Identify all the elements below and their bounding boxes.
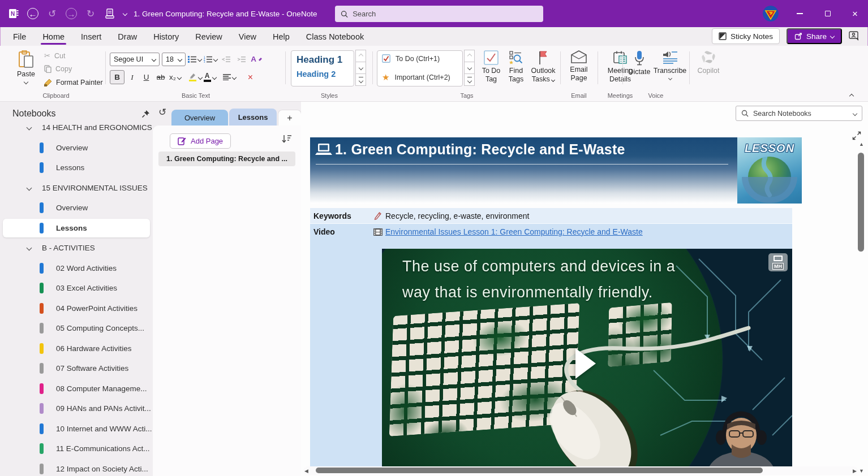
bullet-list-button[interactable] xyxy=(188,52,201,66)
horizontal-scrollbar[interactable]: ◀ ▶ xyxy=(303,466,858,475)
tab-lessons[interactable]: Lessons xyxy=(229,109,277,126)
sidebar-group-14-health[interactable]: 14 HEALTH and ERGONOMICS xyxy=(0,118,153,138)
undo-icon[interactable]: ↺ xyxy=(158,106,166,118)
sidebar-section-lessons-14[interactable]: Lessons xyxy=(0,158,153,178)
contact-card-icon[interactable] xyxy=(849,31,860,41)
sidebar-section-12-impact[interactable]: 12 Impact on Society Acti... xyxy=(0,459,153,476)
back-icon[interactable]: ← xyxy=(27,8,38,19)
increase-indent-button[interactable] xyxy=(235,52,248,66)
clear-formatting-button[interactable]: A xyxy=(250,52,263,66)
vertical-scroll-thumb[interactable] xyxy=(858,153,864,252)
play-button[interactable] xyxy=(575,348,596,379)
menu-insert[interactable]: Insert xyxy=(80,30,102,44)
search-input[interactable] xyxy=(353,10,538,18)
scroll-down-icon[interactable]: ▼ xyxy=(859,468,864,474)
tag-important[interactable]: ★ Important (Ctrl+2) xyxy=(382,72,458,83)
menu-review[interactable]: Review xyxy=(195,30,223,44)
scroll-up-icon[interactable]: ▲ xyxy=(859,141,864,147)
video-link[interactable]: Environmental Issues Lesson 1: Green Com… xyxy=(385,227,643,236)
video-thumbnail[interactable]: The use of computers and devices in a wa… xyxy=(382,249,792,466)
sidebar-section-lessons-15-selected[interactable]: Lessons xyxy=(0,218,153,239)
sticky-notes-button[interactable]: Sticky Notes xyxy=(712,28,780,44)
fullscreen-icon[interactable] xyxy=(852,131,861,140)
style-heading2[interactable]: Heading 2 xyxy=(297,70,349,79)
todo-tag-button[interactable]: To Do Tag xyxy=(480,50,502,84)
tab-overview[interactable]: Overview xyxy=(171,110,228,126)
email-page-button[interactable]: Email Page xyxy=(565,50,593,83)
sidebar-group-15-environmental[interactable]: 15 ENVIRONMENTAL ISSUES xyxy=(0,178,153,198)
sidebar-section-11-ecomm[interactable]: 11 E-Communications Act... xyxy=(0,439,153,459)
tags-scroll-down[interactable] xyxy=(464,62,475,74)
sidebar-group-b-activities[interactable]: B - ACTIVITIES xyxy=(0,238,153,258)
maximize-button[interactable] xyxy=(815,0,841,27)
sidebar-section-overview-15[interactable]: Overview xyxy=(0,198,153,218)
copilot-button[interactable]: Copilot xyxy=(695,50,722,75)
undo-icon[interactable]: ↺ xyxy=(46,8,58,19)
delete-button[interactable]: × xyxy=(244,70,257,84)
sidebar-section-02-word[interactable]: 02 Word Activities xyxy=(0,258,153,279)
font-family-select[interactable]: Segoe UI xyxy=(110,53,160,66)
sidebar-section-07-software[interactable]: 07 Software Activities xyxy=(0,358,153,379)
menu-home[interactable]: Home xyxy=(42,30,65,44)
dictate-button[interactable]: Dictate xyxy=(626,50,653,76)
redo-icon[interactable]: ↻ xyxy=(85,8,96,19)
titlebar-search[interactable] xyxy=(335,6,543,22)
outlook-tasks-button[interactable]: Outlook Tasks xyxy=(530,50,557,84)
print-icon[interactable] xyxy=(104,8,115,19)
search-notebooks-input[interactable] xyxy=(753,110,849,118)
paragraph-align-button[interactable] xyxy=(223,70,236,84)
menu-file[interactable]: File xyxy=(12,30,27,44)
find-tags-button[interactable]: Find Tags xyxy=(505,50,527,84)
sort-pages-icon[interactable] xyxy=(282,135,292,144)
horizontal-scroll-thumb[interactable] xyxy=(316,468,763,473)
numbered-list-button[interactable]: 123 xyxy=(204,52,217,66)
onenote-app-icon[interactable]: N xyxy=(8,8,19,19)
sidebar-section-06-hardware[interactable]: 06 Hardware Activities xyxy=(0,339,153,359)
font-color-button[interactable]: A xyxy=(203,70,216,84)
menu-help[interactable]: Help xyxy=(272,30,290,44)
paste-button[interactable]: Paste xyxy=(12,50,40,84)
sidebar-section-10-internet[interactable]: 10 Internet and WWW Acti... xyxy=(0,419,153,439)
format-painter-button[interactable]: Format Painter xyxy=(44,79,103,86)
search-notebooks-box[interactable] xyxy=(736,106,862,121)
transcribe-button[interactable]: Transcribe xyxy=(654,50,686,80)
font-size-select[interactable]: 18 xyxy=(162,53,186,66)
copy-button[interactable]: Copy xyxy=(44,65,72,73)
collapse-ribbon-icon[interactable] xyxy=(849,94,854,98)
sidebar-section-03-excel[interactable]: 03 Excel Activities xyxy=(0,278,153,298)
styles-more-button[interactable] xyxy=(355,73,366,86)
qat-chevron-icon[interactable] xyxy=(123,11,127,16)
menu-class-notebook[interactable]: Class Notebook xyxy=(306,30,364,44)
sidebar-section-08-computer-mgmt[interactable]: 08 Computer Manageme... xyxy=(0,379,153,399)
sidebar-section-05-computing[interactable]: 05 Computing Concepts... xyxy=(0,318,153,339)
sidebar-section-04-powerpoint[interactable]: 04 PowerPoint Activities xyxy=(0,298,153,319)
scroll-right-icon[interactable]: ▶ xyxy=(853,468,857,474)
strikethrough-button[interactable]: ab xyxy=(154,70,167,84)
user-avatar[interactable] xyxy=(763,6,779,21)
forward-icon[interactable]: → xyxy=(66,8,77,19)
underline-button[interactable]: U xyxy=(140,70,153,84)
tags-more-button[interactable] xyxy=(464,73,475,86)
tab-add-section[interactable]: + xyxy=(278,110,302,126)
menu-draw[interactable]: Draw xyxy=(117,30,137,44)
cut-button[interactable]: ✂Cut xyxy=(44,51,65,60)
vertical-scrollbar[interactable]: ▲ ▼ xyxy=(857,141,866,474)
page-list-item[interactable]: 1. Green Computing: Recycle and ... xyxy=(158,152,295,166)
scroll-left-icon[interactable]: ◀ xyxy=(304,468,308,474)
pin-icon[interactable] xyxy=(141,110,150,118)
styles-scroll-up[interactable] xyxy=(355,50,366,62)
italic-button[interactable]: I xyxy=(126,70,139,84)
share-button[interactable]: Share xyxy=(787,28,842,44)
decrease-indent-button[interactable] xyxy=(220,52,233,66)
bold-button[interactable]: B xyxy=(110,70,124,84)
minimize-button[interactable] xyxy=(787,0,813,27)
add-page-button[interactable]: Add Page xyxy=(170,133,231,149)
styles-scroll-down[interactable] xyxy=(355,62,366,74)
close-button[interactable]: × xyxy=(842,0,868,27)
tags-scroll-up[interactable] xyxy=(464,50,475,62)
highlight-button[interactable] xyxy=(188,70,202,84)
menu-history[interactable]: History xyxy=(153,30,179,44)
style-heading1[interactable]: Heading 1 xyxy=(297,54,349,66)
subscript-button[interactable]: x₂ xyxy=(169,70,182,84)
tag-todo[interactable]: To Do (Ctrl+1) xyxy=(382,54,458,63)
